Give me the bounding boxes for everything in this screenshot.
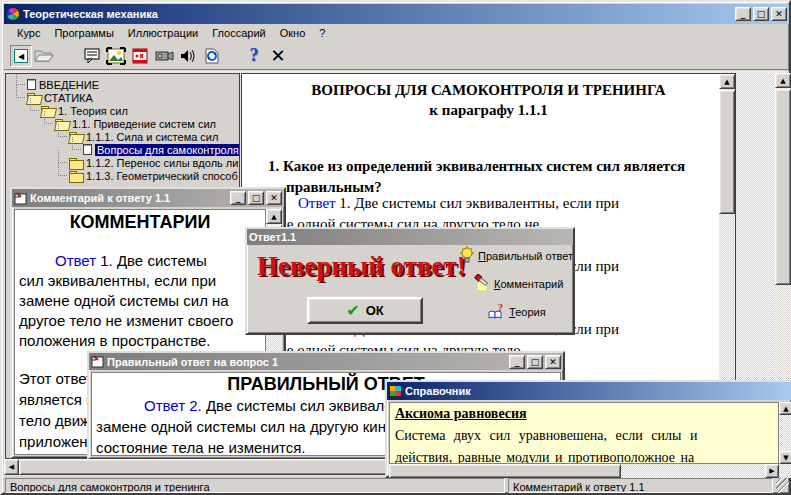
tree-item-teoriya-sil[interactable]: 1. Теория сил (6, 104, 239, 117)
tree-item-privedenie[interactable]: 1.1. Приведение систем сил (6, 117, 239, 130)
menu-help[interactable]: ? (312, 25, 332, 41)
help-button[interactable]: ? (242, 44, 266, 68)
tree-item-label: 1. Теория сил (58, 105, 128, 117)
exit-button[interactable]: ✕ (266, 44, 290, 68)
resize-grip[interactable] (776, 478, 789, 493)
reference-line: действия, равные модули и противоположно… (395, 450, 694, 464)
menubar: Курс Программы Иллюстрации Глоссарий Окн… (4, 24, 789, 41)
scroll-thumb[interactable] (775, 89, 791, 285)
checkmark-icon: ✔ (346, 301, 359, 320)
menu-illyustracii[interactable]: Иллюстрации (121, 25, 205, 41)
menu-programmy[interactable]: Программы (47, 25, 120, 41)
app-title: Теоретическая механика (23, 8, 732, 20)
tree-item-geometricheskij[interactable]: 1.1.3. Геометрический способ с (6, 169, 239, 182)
tree-item-label-selected: Вопросы для самоконтроля и (95, 144, 240, 156)
camera-button[interactable] (152, 44, 176, 68)
answer-dialog: Ответ1.1 Неверный ответ! ✔ ОК Правильный… (245, 227, 575, 335)
close-button[interactable]: ✕ (266, 191, 282, 205)
answer-dialog-title: Ответ1.1 (249, 231, 571, 243)
back-button[interactable]: ◀ (10, 45, 32, 67)
comment-answer-line: Ответ 1. Две системы (55, 252, 207, 269)
question-text: правильным? (286, 179, 382, 196)
option-theory[interactable]: ? Теория (487, 302, 546, 320)
ok-button[interactable]: ✔ ОК (307, 297, 423, 324)
scroll-left-arrow[interactable]: ◀ (4, 459, 19, 475)
book-question-icon: ? (487, 302, 506, 320)
tree-connector (58, 150, 67, 163)
camera-icon (154, 48, 174, 64)
tree-item-label: 1.1.1. Сила и система сил (86, 131, 218, 143)
film-icon (131, 47, 149, 65)
option-correct-answer[interactable]: Правильный ответ (459, 246, 573, 264)
reference-icon (389, 385, 402, 397)
close-button[interactable]: ✕ (771, 7, 787, 21)
scroll-down-arrow[interactable]: ▼ (779, 451, 791, 464)
note-icon (14, 192, 27, 205)
comment-window-title: Комментарий к ответу 1.1 (30, 192, 227, 204)
comment-line: положения в пространстве. (19, 332, 211, 349)
comment-line: сил эквивалентны, если при (19, 272, 216, 289)
refresh-page-button[interactable] (200, 44, 224, 68)
tree-item-vvedenie[interactable]: ВВЕДЕНИЕ (6, 78, 239, 91)
tree-item-label: ВВЕДЕНИЕ (39, 79, 99, 91)
sound-button[interactable] (176, 44, 200, 68)
image-icon (106, 47, 126, 65)
reference-content: Аксиома равновесия Система двух сил урав… (389, 402, 779, 464)
maximize-button[interactable]: □ (527, 355, 543, 369)
scroll-thumb[interactable] (719, 90, 735, 214)
questions-subheading: к параграфу 1.1.1 (242, 102, 735, 119)
minimize-button[interactable]: _ (230, 191, 246, 205)
statusbar: Вопросы для самоконтроля и тренинга Комм… (4, 476, 791, 495)
scroll-up-arrow[interactable]: ▲ (719, 74, 735, 89)
statusbar-right-panel: Комментарий к ответу 1.1 (508, 478, 773, 493)
tree-item-label: 1.1. Приведение систем сил (72, 118, 216, 130)
tree-item-label: 1.1.2. Перенос силы вдоль лини (86, 157, 240, 169)
sound-icon (179, 48, 197, 64)
comment-titlebar[interactable]: Комментарий к ответу 1.1 _ □ ✕ (12, 189, 284, 207)
note-icon (91, 355, 104, 368)
answer-link[interactable]: Ответ (298, 195, 336, 211)
tree-item-perenos-sily[interactable]: 1.1.2. Перенос силы вдоль лини (6, 156, 239, 169)
film-button[interactable] (128, 44, 152, 68)
answer-dialog-titlebar[interactable]: Ответ1.1 (247, 229, 573, 245)
document-icon (27, 79, 36, 90)
open-folder-button[interactable] (32, 44, 56, 68)
scroll-up-arrow[interactable]: ▲ (266, 209, 282, 224)
tree-item-statika[interactable]: СТАТИКА (6, 91, 239, 104)
comment-line: другое тело не изменит своего (19, 312, 233, 329)
back-icon: ◀ (14, 49, 28, 63)
reference-vscrollbar[interactable]: ▲ ▼ (779, 402, 791, 464)
maximize-button[interactable]: □ (248, 191, 264, 205)
open-folder-icon (34, 48, 54, 63)
menu-glossarij[interactable]: Глоссарий (205, 25, 273, 41)
closed-folder-icon (69, 171, 83, 181)
correct-window-titlebar[interactable]: Правильный ответ на вопрос 1 _ □ ✕ (89, 353, 563, 370)
scroll-up-arrow[interactable]: ▲ (775, 73, 791, 88)
menu-kurs[interactable]: Курс (10, 25, 47, 41)
toolbar: ◀ ? ✕ (4, 42, 789, 70)
tree-item-sila-i-sistema[interactable]: 1.1.1. Сила и система сил (6, 130, 239, 143)
tree-connector (58, 124, 67, 137)
reference-heading: Аксиома равновесия (395, 406, 527, 422)
tree-item-label: СТАТИКА (44, 92, 93, 104)
correct-window-title: Правильный ответ на вопрос 1 (107, 356, 506, 368)
closed-folder-icon (69, 158, 83, 168)
comment-button[interactable] (80, 44, 104, 68)
close-button[interactable]: ✕ (545, 355, 561, 369)
menu-okno[interactable]: Окно (273, 25, 313, 41)
reference-window-title: Справочник (405, 385, 789, 397)
reference-titlebar[interactable]: Справочник (387, 382, 791, 400)
minimize-button[interactable]: _ (509, 355, 525, 369)
image-button[interactable] (104, 44, 128, 68)
flashlight-icon (473, 274, 491, 292)
refresh-page-icon (204, 47, 220, 65)
scroll-up-arrow[interactable]: ▲ (779, 402, 791, 415)
maximize-button[interactable]: □ (753, 7, 769, 21)
tree-item-voprosy[interactable]: Вопросы для самоконтроля и (6, 143, 239, 156)
ok-button-label: ОК (366, 303, 384, 318)
tree-connector (58, 163, 67, 176)
answer-1-line: Ответ 1. Две системы сил эквивалентны, е… (298, 195, 619, 212)
minimize-button[interactable]: _ (735, 7, 751, 21)
comment-line: замене одной системы сил на (19, 292, 229, 309)
option-comment[interactable]: Комментарий (473, 274, 563, 292)
